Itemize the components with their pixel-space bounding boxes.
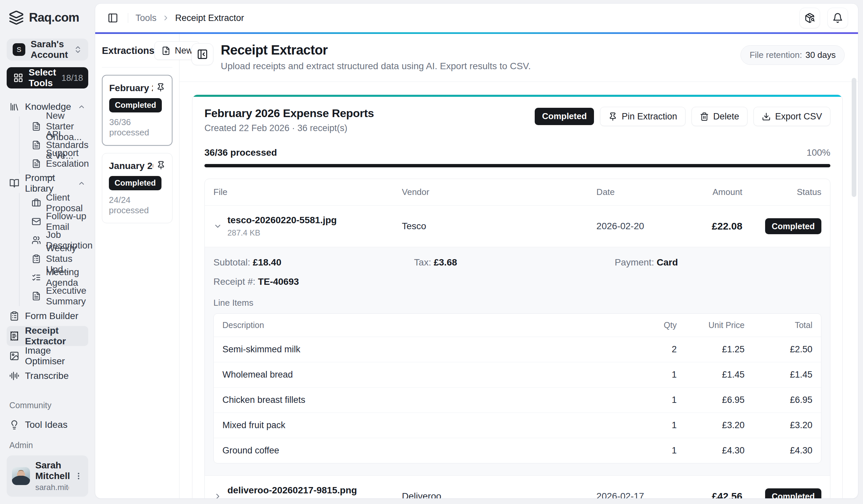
users-icon [32, 235, 41, 245]
account-avatar: S [13, 43, 25, 56]
extraction-card-title: January 2026 Office Ex... [109, 161, 153, 171]
progress-label: 36/36 processed [204, 147, 277, 158]
delete-button[interactable]: Delete [691, 107, 748, 126]
clipboard-icon [9, 311, 19, 321]
progress-bar [204, 164, 830, 167]
sidebar-item-tool-ideas[interactable]: Tool Ideas [7, 415, 88, 435]
file-retention-badge: File retention: 30 days [740, 45, 845, 65]
sidebar-item-receipt-extractor[interactable]: Receipt Extractor [7, 326, 88, 346]
sidebar-item-form-builder[interactable]: Form Builder [7, 306, 88, 326]
file-plus-icon [162, 46, 171, 55]
sidebar-item-client-proposal[interactable]: Client Proposal [20, 194, 88, 212]
li-col-unit-price: Unit Price [677, 320, 745, 330]
receipt-number-label: Receipt #: [213, 276, 255, 287]
chevron-right-icon [162, 14, 170, 22]
payment-value: Card [656, 257, 678, 268]
line-items-header: Description Qty Unit Price Total [214, 314, 821, 337]
nav-item-label: Receipt Extractor [25, 325, 86, 347]
app-root: Raq.com S Sarah's Account Select Tools 1… [0, 0, 863, 504]
pin-extraction-label: Pin Extraction [622, 112, 677, 122]
page-title: Receipt Extractor [221, 42, 531, 57]
vendor-cell: Deliveroo [402, 491, 596, 498]
nav-item-label: Transcribe [25, 371, 68, 381]
scrollbar-thumb[interactable] [852, 78, 856, 197]
file-text-icon [32, 122, 41, 131]
extraction-card-february[interactable]: February 2026 Expense ... Completed 36/3… [102, 75, 173, 146]
prompt-library-sublist: Client Proposal Follow-up Email Job Desc… [19, 193, 88, 306]
col-header-date: Date [596, 187, 681, 197]
breadcrumb-current: Receipt Extractor [175, 13, 244, 23]
li-col-total: Total [745, 320, 812, 330]
file-size: 287.4 KB [227, 228, 337, 237]
mail-icon [32, 217, 41, 226]
account-switcher[interactable]: S Sarah's Account [7, 39, 88, 61]
sidebar-item-image-optimiser[interactable]: Image Optimiser [7, 346, 88, 366]
status-badge: Completed [765, 218, 821, 234]
tax-value: £3.68 [434, 257, 457, 268]
extraction-card-title: February 2026 Expense ... [109, 83, 153, 93]
status-badge: Completed [109, 176, 162, 190]
status-badge: Completed [765, 488, 821, 498]
sidebar-item-transcribe[interactable]: Transcribe [7, 366, 88, 386]
sidebar-item-support-escalation[interactable]: Support Escalation ... [20, 154, 88, 173]
user-name: Sarah Mitchell [35, 460, 69, 481]
col-header-file: File [213, 187, 402, 197]
chevrons-up-down-icon [74, 45, 82, 54]
chevron-right-icon [213, 492, 222, 498]
kebab-menu-icon[interactable] [74, 472, 83, 480]
extractions-panel: Extractions New February 2026 Expense ..… [95, 34, 179, 498]
table-row[interactable]: tesco-20260220-5581.jpg 287.4 KB Tesco 2… [205, 206, 830, 247]
pin-extraction-button[interactable]: Pin Extraction [600, 107, 686, 126]
notifications-bell-button[interactable] [827, 8, 848, 28]
sidebar-item-weekly-status-update[interactable]: Weekly Status Upd... [20, 249, 88, 268]
nav-item-label: Form Builder [25, 311, 78, 321]
pin-icon[interactable] [157, 161, 165, 170]
community-section-label: Community [7, 401, 88, 410]
page-subtitle: Upload receipts and extract structured d… [221, 61, 531, 72]
extraction-card-january[interactable]: January 2026 Office Ex... Completed 24/2… [102, 153, 173, 223]
table-row[interactable]: deliveroo-20260217-9815.png 236.1 KB Del… [205, 476, 830, 498]
nav-item-label: Image Optimiser [25, 345, 86, 366]
tax-label: Tax: [414, 257, 431, 268]
select-tools-count: 18/18 [62, 73, 83, 83]
sub-item-label: Follow-up Email [46, 211, 88, 232]
breadcrumb-tools[interactable]: Tools [136, 13, 157, 23]
scroll-content: February 2026 Expense Reports Created 22… [179, 82, 858, 498]
chevron-down-icon [213, 222, 222, 231]
sidebar-item-executive-summary[interactable]: Executive Summary [20, 287, 88, 306]
amount-cell: £42.56 [681, 491, 742, 498]
nav-item-label: Tool Ideas [25, 419, 67, 430]
file-cell-expand-toggle[interactable]: tesco-20260220-5581.jpg 287.4 KB [213, 215, 402, 237]
col-header-amount: Amount [681, 187, 742, 197]
lightbulb-icon [9, 420, 19, 430]
line-item-row: Chicken breast fillets 1 £6.95 £6.95 [214, 388, 821, 413]
export-csv-button[interactable]: Export CSV [753, 107, 830, 126]
select-tools-button[interactable]: Select Tools 18/18 [7, 67, 88, 89]
divider [128, 13, 128, 23]
chevron-up-icon[interactable] [78, 103, 86, 111]
file-text-icon [32, 140, 41, 150]
trash-icon [700, 112, 709, 121]
panel-collapse-button[interactable] [191, 43, 213, 65]
user-profile-card[interactable]: Sarah Mitchell sarah.mitchell@westbur... [7, 455, 88, 497]
line-item-row: Semi-skimmed milk 2 £1.25 £2.50 [214, 337, 821, 362]
export-csv-label: Export CSV [775, 112, 822, 122]
pin-icon[interactable] [156, 83, 165, 92]
sidebar-toggle-button[interactable] [105, 10, 121, 26]
report-actions: Completed Pin Extraction Delete [535, 107, 830, 126]
package-search-button[interactable] [799, 8, 820, 28]
date-cell: 2026-02-20 [596, 221, 681, 232]
col-header-vendor: Vendor [402, 187, 596, 197]
sidebar-item-follow-up-email[interactable]: Follow-up Email [20, 212, 88, 231]
chevron-up-icon[interactable] [78, 179, 86, 187]
report-card: February 2026 Expense Reports Created 22… [192, 94, 843, 498]
sub-item-label: Executive Summary [46, 285, 88, 307]
line-items-label: Line Items [213, 298, 821, 308]
clipboard-list-icon [32, 254, 41, 263]
book-open-icon [9, 178, 19, 188]
report-created: Created 22 Feb 2026 · 36 receipt(s) [204, 123, 374, 133]
file-name: tesco-20260220-5581.jpg [227, 215, 337, 225]
sidebar-item-meeting-agenda[interactable]: Meeting Agenda [20, 268, 88, 287]
receipt-icon [9, 331, 19, 341]
file-cell-expand-toggle[interactable]: deliveroo-20260217-9815.png 236.1 KB [213, 485, 402, 498]
